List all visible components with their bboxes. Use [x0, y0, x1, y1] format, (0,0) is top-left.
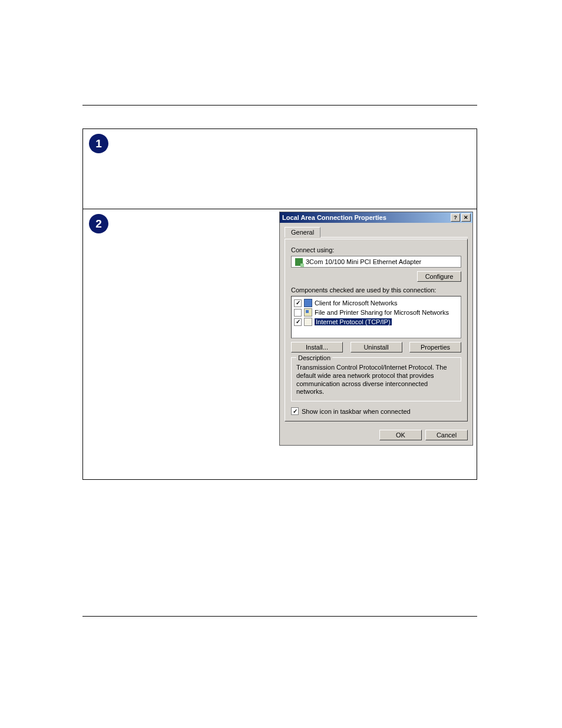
share-icon: [304, 308, 312, 317]
tab-general[interactable]: General: [285, 227, 320, 238]
title-bar: Local Area Connection Properties ? ✕: [280, 212, 472, 223]
description-legend: Description: [296, 354, 332, 361]
network-adapter-icon: [295, 258, 303, 266]
component-list[interactable]: Client for Microsoft Networks File and P…: [291, 296, 461, 338]
steps-table: 1 2 Local Area Connection Properties ? ✕…: [82, 129, 477, 480]
tab-strip: General: [285, 226, 468, 238]
tcpip-label: Internet Protocol (TCP/IP): [315, 318, 392, 325]
checkbox-share[interactable]: [294, 309, 302, 317]
top-divider: [82, 105, 477, 106]
share-label: File and Printer Sharing for Microsoft N…: [315, 309, 449, 316]
components-label: Components checked are used by this conn…: [291, 286, 461, 294]
client-icon: [304, 299, 312, 307]
component-tcpip[interactable]: Internet Protocol (TCP/IP): [294, 318, 458, 326]
description-text: Transmission Control Protocol/Internet P…: [296, 364, 456, 396]
checkbox-show-icon[interactable]: [291, 407, 299, 415]
show-icon-label: Show icon in taskbar when connected: [302, 408, 411, 415]
uninstall-button[interactable]: Uninstall: [351, 342, 402, 353]
close-button[interactable]: ✕: [461, 213, 471, 222]
bottom-divider: [82, 616, 477, 617]
connect-using-label: Connect using:: [291, 246, 461, 253]
dialog-title: Local Area Connection Properties: [282, 214, 449, 221]
step-bullet-1: 1: [89, 134, 108, 153]
properties-button[interactable]: Properties: [409, 342, 461, 353]
lan-properties-dialog: Local Area Connection Properties ? ✕ Gen…: [279, 212, 473, 446]
component-client[interactable]: Client for Microsoft Networks: [294, 299, 458, 307]
step-row-1: 1: [83, 129, 477, 209]
step-bullet-2: 2: [89, 214, 108, 233]
tab-panel-general: Connect using: 3Com 10/100 Mini PCI Ethe…: [285, 239, 468, 421]
configure-button[interactable]: Configure: [417, 271, 461, 282]
client-label: Client for Microsoft Networks: [315, 299, 398, 307]
ok-button[interactable]: OK: [379, 430, 422, 440]
adapter-name: 3Com 10/100 Mini PCI Ethernet Adapter: [306, 258, 421, 265]
tcpip-icon: [304, 318, 312, 326]
description-fieldset: Description Transmission Control Protoco…: [291, 357, 461, 401]
adapter-field: 3Com 10/100 Mini PCI Ethernet Adapter: [291, 256, 461, 268]
help-button[interactable]: ?: [451, 213, 460, 222]
checkbox-tcpip[interactable]: [294, 318, 302, 326]
step-row-2: 2 Local Area Connection Properties ? ✕ G…: [83, 209, 477, 479]
install-button[interactable]: Install...: [291, 342, 343, 353]
checkbox-client[interactable]: [294, 299, 302, 307]
component-file-printer-sharing[interactable]: File and Printer Sharing for Microsoft N…: [294, 308, 458, 317]
cancel-button[interactable]: Cancel: [425, 430, 468, 440]
